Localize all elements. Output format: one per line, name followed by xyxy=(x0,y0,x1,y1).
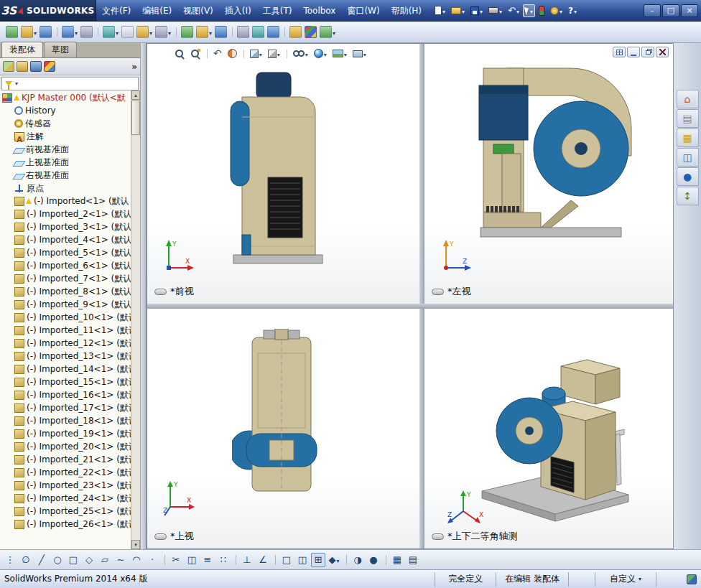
interference-detection-button[interactable] xyxy=(252,26,264,38)
tree-item[interactable]: (-) Imported_12<1> (默认 xyxy=(0,337,131,350)
instant3d-button[interactable] xyxy=(320,26,335,38)
new-motion-study-button[interactable] xyxy=(181,26,193,38)
edit-appearance-button[interactable] xyxy=(312,47,329,60)
mate-button[interactable] xyxy=(40,26,52,38)
options-button[interactable] xyxy=(548,4,565,17)
smart-dimension-tool[interactable]: ∅ xyxy=(19,553,33,567)
circle-tool[interactable]: ○ xyxy=(50,553,65,567)
tree-item[interactable]: (-) Imported_23<1> (默认 xyxy=(0,479,131,492)
assembly-visualization-button[interactable] xyxy=(305,26,317,38)
show-hidden-components-button[interactable] xyxy=(121,26,134,38)
restore-document-button[interactable] xyxy=(641,47,654,57)
menu-file[interactable]: 文件(F) xyxy=(96,0,136,22)
tree-item[interactable]: 原点 xyxy=(0,182,131,195)
arc-tool[interactable]: ◠ xyxy=(129,553,144,567)
scroll-up-button[interactable]: ▴ xyxy=(131,90,140,100)
open-button[interactable] xyxy=(449,4,467,17)
menu-insert[interactable]: 插入(I) xyxy=(219,0,257,22)
mirror-entities-tool[interactable]: ◫ xyxy=(185,553,199,567)
minimize-document-button[interactable] xyxy=(627,47,640,57)
tree-item[interactable]: (-) Imported_15<1> (默认 xyxy=(0,375,131,388)
quick-snaps-tool[interactable]: ∠ xyxy=(256,553,270,567)
trim-entities-tool[interactable]: ✂ xyxy=(169,553,183,567)
tree-item[interactable]: 上视基准面 xyxy=(0,156,131,169)
tree-item[interactable]: (-) Imported_10<1> (默认 xyxy=(0,311,131,324)
tree-item[interactable]: (-) Imported_3<1> (默认 xyxy=(0,220,131,233)
tree-scrollbar[interactable]: ▴ ▾ xyxy=(131,90,140,549)
appearances-scenes-button[interactable]: ● xyxy=(677,167,699,186)
close-button[interactable]: × xyxy=(681,4,698,17)
tree-item[interactable]: (-) Imported_11<1> (默认 xyxy=(0,324,131,337)
viewport-splitter-vertical[interactable] xyxy=(419,44,424,549)
tree-item[interactable]: (-) Imported_2<1> (默认 xyxy=(0,207,131,220)
scroll-down-button[interactable]: ▾ xyxy=(131,540,140,549)
line-tool[interactable]: ╱ xyxy=(34,553,49,567)
rebuild-button[interactable] xyxy=(537,4,547,17)
featuremanager-tab[interactable] xyxy=(3,61,14,72)
tree-item[interactable]: KJP Master 000 (默认<默 xyxy=(0,91,131,104)
tree-item[interactable]: (-) Imported_24<1> (默认 xyxy=(0,492,131,505)
view-palette-button[interactable]: ◫ xyxy=(677,148,699,167)
spline-tool[interactable]: ~ xyxy=(113,553,128,567)
save-button[interactable] xyxy=(468,4,485,17)
panel-splitter[interactable] xyxy=(141,43,147,549)
exploded-view-button[interactable] xyxy=(215,26,227,38)
clearance-verification-button[interactable] xyxy=(267,26,279,38)
section-view-button[interactable]: ◑ xyxy=(350,553,365,567)
hide-show-items-button[interactable] xyxy=(291,47,310,60)
print-button[interactable] xyxy=(486,4,504,17)
propertymanager-tab[interactable] xyxy=(17,61,28,72)
menu-view[interactable]: 视图(V) xyxy=(177,0,219,22)
rectangle-tool[interactable]: □ xyxy=(66,553,80,567)
insert-components-button[interactable] xyxy=(21,26,37,38)
viewport-left[interactable]: Y Z *左视 xyxy=(424,44,674,304)
tree-item[interactable]: (-) Imported_4<1> (默认 xyxy=(0,233,131,246)
bill-of-materials-button[interactable] xyxy=(196,26,212,38)
edit-component-button[interactable] xyxy=(6,26,18,38)
tab-sketch[interactable]: 草图 xyxy=(44,42,77,57)
menu-help[interactable]: 帮助(H) xyxy=(386,0,427,22)
tree-item[interactable]: 注解 xyxy=(0,130,131,143)
tree-item[interactable]: (-) Imported_19<1> (默认 xyxy=(0,427,131,440)
smart-fasteners-button[interactable] xyxy=(80,26,93,38)
viewport-splitter-horizontal[interactable] xyxy=(147,304,674,309)
assembly-features-button[interactable] xyxy=(136,26,152,38)
tree-item[interactable]: (-) Imported_20<1> (默认 xyxy=(0,440,131,453)
apply-scene-button[interactable] xyxy=(330,47,349,60)
viewport-two-button[interactable]: ◫ xyxy=(295,553,310,567)
tree-item[interactable]: (-) Imported_16<1> (默认 xyxy=(0,388,131,401)
customize-dropdown[interactable]: 自定义 ▾ xyxy=(595,573,656,585)
tile-document-button[interactable] xyxy=(613,47,626,57)
zoom-fit-button[interactable] xyxy=(172,47,187,60)
help-button[interactable] xyxy=(566,4,579,17)
minimize-button[interactable]: – xyxy=(644,4,661,17)
viewport-single-button[interactable]: □ xyxy=(279,553,294,567)
tree-item[interactable]: (-) Imported_9<1> (默认 xyxy=(0,298,131,311)
tree-item[interactable]: (-) Imported_7<1> (默认 xyxy=(0,272,131,285)
tree-item[interactable]: (-) Imported_26<1> (默认 xyxy=(0,518,131,531)
viewport-front[interactable]: Y X *前视 xyxy=(147,44,419,304)
display-relations-tool[interactable]: ⊥ xyxy=(240,553,254,567)
tree-item[interactable]: 前视基准面 xyxy=(0,143,131,156)
undo-button[interactable] xyxy=(506,4,521,17)
view-orientation-button[interactable] xyxy=(248,47,264,60)
tree-item[interactable]: 右视基准面 xyxy=(0,169,131,182)
solidworks-resources-button[interactable]: ⌂ xyxy=(677,90,699,108)
tree-item[interactable]: (-) Imported_18<1> (默认 xyxy=(0,414,131,427)
tree-item[interactable]: (-) Imported_17<1> (默认 xyxy=(0,401,131,414)
viewport-top[interactable]: Y X Z *上视 xyxy=(147,309,419,549)
offset-entities-tool[interactable]: ≡ xyxy=(200,553,215,567)
tree-item[interactable]: History xyxy=(0,104,131,117)
panel-expand-chevron[interactable]: » xyxy=(131,62,137,72)
display-style-button[interactable]: ◆ xyxy=(327,553,341,567)
tree-item[interactable]: (-) Imported_14<1> (默认 xyxy=(0,363,131,375)
tree-item[interactable]: (-) Imported_21<1> (默认 xyxy=(0,453,131,466)
tree-item[interactable]: (-) Imported_8<1> (默认 xyxy=(0,285,131,298)
tab-assembly[interactable]: 装配体 xyxy=(1,42,43,57)
move-component-button[interactable] xyxy=(103,26,119,38)
new-document-button[interactable] xyxy=(432,4,447,17)
tree-item[interactable]: (-) Imported<1> (默认 xyxy=(0,195,131,207)
select-button[interactable] xyxy=(523,4,535,17)
scrollbar-thumb[interactable] xyxy=(131,101,140,135)
table-button[interactable]: ▤ xyxy=(406,553,420,567)
